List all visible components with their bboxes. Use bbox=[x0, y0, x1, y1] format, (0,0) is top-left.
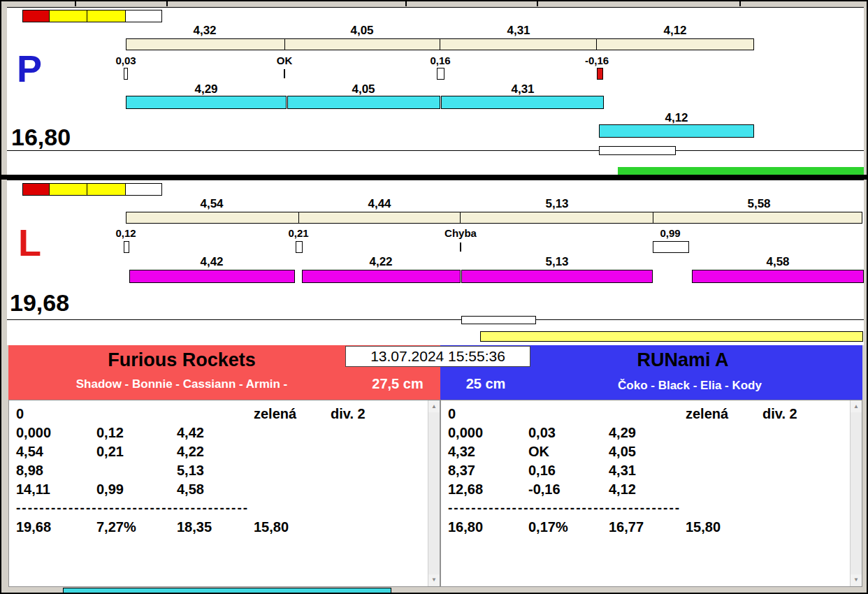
scale-segment bbox=[597, 39, 753, 50]
lane-p-split-value: 4,05 bbox=[339, 83, 388, 96]
team-left-name: Furious Rockets bbox=[8, 349, 355, 371]
result-row: 0,000 0,03 4,29 bbox=[448, 425, 849, 444]
result-cell bbox=[331, 425, 427, 444]
result-row: 4,32 OK 4,05 bbox=[448, 444, 849, 463]
result-row: 4,54 0,21 4,22 bbox=[16, 444, 427, 463]
result-separator: ---------------------------------------- bbox=[448, 500, 849, 519]
result-separator: ---------------------------------------- bbox=[16, 500, 427, 519]
result-cell bbox=[254, 481, 331, 500]
lane-p-ref-split: 4,12 bbox=[651, 24, 700, 38]
team-right-hurdle-height: 25 cm bbox=[447, 376, 524, 392]
lane-l-exchange-marker bbox=[653, 241, 689, 253]
result-cell bbox=[528, 406, 609, 425]
lane-divider bbox=[1, 175, 867, 180]
result-cell: 0,12 bbox=[96, 425, 177, 444]
indicator-yellow-segment bbox=[87, 10, 126, 22]
result-cell bbox=[177, 406, 254, 425]
bottom-progress-strip bbox=[63, 588, 391, 593]
result-cell: 5,13 bbox=[177, 463, 254, 481]
result-cell bbox=[331, 481, 427, 500]
result-cell: 12,68 bbox=[448, 481, 528, 500]
top-tick bbox=[537, 1, 538, 6]
lane-p-exchange-value: OK bbox=[260, 55, 309, 67]
team-left-results-panel[interactable]: 0 zelená div. 2 0,000 0,12 4,42 4,54 0,2… bbox=[8, 400, 440, 587]
scroll-up-icon[interactable]: ▲ bbox=[428, 401, 440, 412]
lane-p-exchange-marker bbox=[437, 68, 444, 80]
team-left-members: Shadow - Bonnie - Cassiann - Armin - bbox=[8, 377, 355, 391]
result-cell bbox=[96, 463, 177, 481]
result-cell: OK bbox=[528, 444, 609, 463]
team-right-results-panel[interactable]: 0 zelená div. 2 0,000 0,03 4,29 4,32 OK … bbox=[440, 400, 862, 587]
result-cell: 18,35 bbox=[177, 519, 254, 538]
result-cell bbox=[254, 444, 331, 463]
result-cell: zelená bbox=[686, 406, 762, 425]
result-cell bbox=[609, 406, 686, 425]
top-tick bbox=[739, 1, 741, 6]
lane-p-split-value: 4,29 bbox=[182, 83, 231, 96]
lane-p-finish-box bbox=[599, 146, 676, 155]
result-cell bbox=[254, 425, 331, 444]
lane-l-ref-split: 5,13 bbox=[533, 198, 581, 211]
result-cell: 0,17% bbox=[528, 519, 609, 538]
lane-l-letter: L bbox=[18, 224, 41, 261]
scrollbar[interactable]: ▲ ▼ bbox=[428, 400, 440, 586]
lane-p-ref-split: 4,32 bbox=[180, 24, 229, 38]
indicator-yellow-segment bbox=[87, 184, 126, 195]
result-row: 8,98 5,13 bbox=[16, 463, 427, 481]
result-cell: 14,11 bbox=[16, 481, 96, 500]
indicator-red-segment bbox=[23, 184, 50, 195]
result-cell: 16,80 bbox=[448, 519, 528, 538]
scale-segment bbox=[126, 39, 285, 50]
lane-l-split-value: 4,22 bbox=[356, 256, 405, 269]
result-cell: 8,37 bbox=[448, 463, 528, 481]
scroll-down-icon[interactable]: ▼ bbox=[851, 574, 862, 586]
timestamp: 13.07.2024 15:55:36 bbox=[345, 346, 530, 367]
result-cell: 4,31 bbox=[609, 463, 686, 481]
result-cell: 15,80 bbox=[686, 519, 762, 538]
result-cell: zelená bbox=[254, 406, 331, 425]
result-row: 0 zelená div. 2 bbox=[448, 406, 849, 425]
result-cell bbox=[686, 425, 762, 444]
timing-window: P 16,80 4,32 4,05 4,31 4,12 0,03 OK 0,16… bbox=[0, 0, 868, 594]
result-row: 12,68 -0,16 4,12 bbox=[448, 481, 849, 500]
result-row: 14,11 0,99 4,58 bbox=[16, 481, 427, 500]
result-cell: 16,77 bbox=[609, 519, 686, 538]
scroll-up-icon[interactable]: ▲ bbox=[851, 401, 862, 412]
indicator-yellow-segment bbox=[50, 10, 87, 22]
result-totals-row: 19,68 7,27% 18,35 15,80 bbox=[16, 519, 427, 538]
team-right-results-text: 0 zelená div. 2 0,000 0,03 4,29 4,32 OK … bbox=[441, 406, 849, 538]
result-cell: div. 2 bbox=[331, 406, 427, 425]
result-row: 0,000 0,12 4,42 bbox=[16, 425, 427, 444]
lane-p-scale-bar bbox=[126, 38, 754, 50]
lane-l-exchange-value: 0,12 bbox=[101, 228, 150, 240]
result-cell bbox=[686, 463, 762, 481]
lane-p-ref-split: 4,05 bbox=[338, 24, 386, 38]
result-row: 8,37 0,16 4,31 bbox=[448, 463, 849, 481]
result-cell: 4,05 bbox=[609, 444, 686, 463]
result-cell bbox=[762, 481, 849, 500]
indicator-yellow-segment bbox=[50, 184, 87, 195]
lane-l-split-value: 4,42 bbox=[187, 256, 236, 269]
lane-l-ref-split: 4,44 bbox=[355, 198, 404, 211]
top-tick bbox=[405, 1, 407, 6]
lane-l-exchange-marker bbox=[296, 241, 303, 253]
lane-p-split-value: 4,31 bbox=[498, 83, 547, 96]
lane-l-exchange-value: 0,99 bbox=[646, 228, 695, 240]
lane-l-exchange-marker bbox=[124, 241, 129, 253]
result-cell: 4,32 bbox=[448, 444, 528, 463]
result-cell bbox=[331, 519, 427, 538]
result-cell: div. 2 bbox=[762, 406, 849, 425]
scale-segment bbox=[299, 212, 461, 223]
scrollbar[interactable]: ▲ ▼ bbox=[850, 400, 862, 586]
scroll-down-icon[interactable]: ▼ bbox=[428, 574, 440, 586]
result-cell: 4,54 bbox=[16, 444, 96, 463]
lane-p-ref-split: 4,31 bbox=[494, 24, 543, 38]
lane-l-ref-split: 5,58 bbox=[735, 198, 783, 211]
result-cell bbox=[686, 481, 762, 500]
lane-p-split-bar bbox=[287, 96, 440, 109]
scale-segment bbox=[285, 39, 440, 50]
lane-p-fault-marker bbox=[597, 68, 603, 80]
lane-l-ref-split: 4,54 bbox=[187, 198, 236, 211]
lane-l-total-time: 19,68 bbox=[10, 291, 69, 314]
result-totals-row: 16,80 0,17% 16,77 15,80 bbox=[448, 519, 849, 538]
